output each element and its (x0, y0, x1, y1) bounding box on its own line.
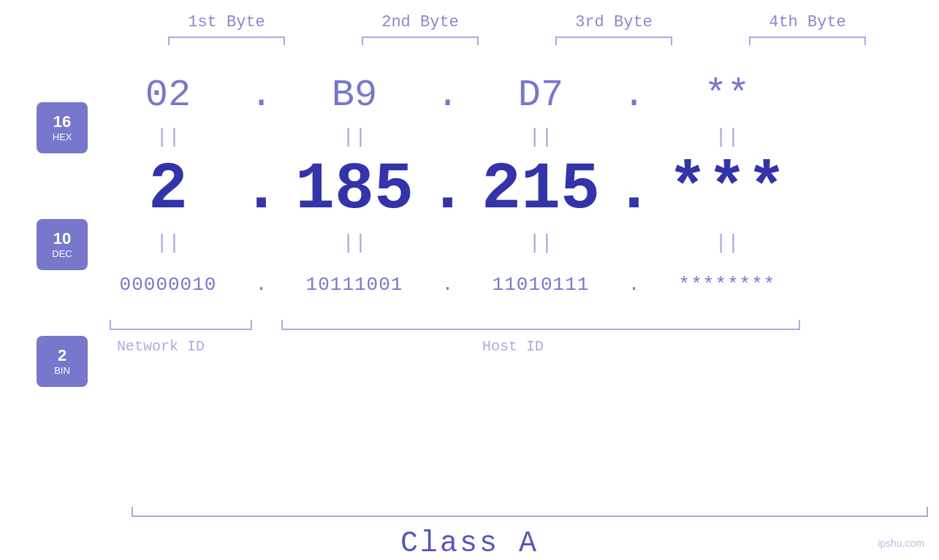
hex-dot1: . (241, 74, 281, 117)
bracket-2 (347, 34, 493, 47)
watermark: ipshu.com (878, 537, 924, 549)
hex-b1: 02 (95, 74, 241, 117)
bin-badge-num: 2 (58, 346, 66, 365)
bracket-1 (153, 34, 300, 47)
network-id-bracket (110, 320, 252, 330)
hex-row: 02 . B9 . D7 . ** (95, 66, 932, 124)
byte3-header: 3rd Byte (541, 13, 687, 31)
hex-dot3: . (614, 74, 654, 117)
byte4-header: 4th Byte (734, 13, 881, 31)
id-brackets (95, 320, 932, 334)
dec-b4: *** (654, 153, 800, 227)
dec-dot3: . (614, 153, 654, 227)
class-label: Class A (400, 527, 539, 560)
hex-badge-num: 16 (53, 112, 71, 131)
hex-badge: 16 HEX (37, 102, 88, 153)
dec-b3: 215 (468, 153, 614, 227)
equals-row-2: || || || || (95, 230, 932, 256)
main-area: 16 HEX 10 DEC 2 BIN 02 . B9 . D7 . ** (0, 55, 939, 518)
dec-b1: 2 (95, 153, 241, 227)
bin-b3: 11010111 (468, 274, 614, 296)
byte2-header: 2nd Byte (347, 13, 493, 31)
hex-b4: ** (654, 74, 800, 117)
bin-row: 00000010 . 10111001 . 11010111 . *******… (95, 256, 932, 314)
eq2-b4: || (654, 231, 800, 254)
eq1-b1: || (95, 126, 241, 148)
equals-row-1: || || || || (95, 124, 932, 150)
eq1-b2: || (281, 126, 427, 148)
hex-badge-label: HEX (53, 131, 72, 143)
dec-badge: 10 DEC (37, 219, 88, 270)
bracket-4 (734, 34, 881, 47)
badges-column: 16 HEX 10 DEC 2 BIN (0, 69, 95, 420)
bin-dot1: . (241, 274, 281, 296)
class-label-row: Class A (0, 527, 939, 560)
bin-dot3: . (614, 274, 654, 296)
eq2-b1: || (95, 231, 241, 254)
main-container: 1st Byte 2nd Byte 3rd Byte 4th Byte 16 H… (0, 0, 939, 560)
network-id-label: Network ID (117, 338, 205, 355)
eq2-b3: || (468, 231, 614, 254)
host-id-label: Host ID (482, 338, 544, 355)
id-labels: Network ID Host ID (95, 338, 932, 367)
byte1-header: 1st Byte (153, 13, 300, 31)
dec-row: 2 . 185 . 215 . *** (95, 150, 932, 230)
dec-dot2: . (427, 153, 468, 227)
dec-badge-label: DEC (52, 248, 72, 260)
outer-bracket-line (132, 507, 928, 517)
dec-dot1: . (241, 153, 281, 227)
bracket-3 (541, 34, 687, 47)
header-brackets (130, 34, 905, 47)
bin-badge-label: BIN (54, 365, 70, 377)
host-id-bracket (281, 320, 800, 330)
bin-b2: 10111001 (281, 274, 427, 296)
hex-b3: D7 (468, 74, 614, 117)
eq1-b4: || (654, 126, 800, 148)
eq2-b2: || (281, 231, 427, 254)
hex-b2: B9 (281, 74, 427, 117)
dec-badge-num: 10 (53, 229, 71, 248)
outer-bracket (132, 507, 928, 521)
hex-dot2: . (427, 74, 468, 117)
eq1-b3: || (468, 126, 614, 148)
bin-b4: ******** (654, 274, 800, 296)
ip-display: 02 . B9 . D7 . ** || || || || 2 . (95, 55, 932, 367)
bin-b1: 00000010 (95, 274, 241, 296)
bin-badge: 2 BIN (37, 336, 88, 387)
byte-headers: 1st Byte 2nd Byte 3rd Byte 4th Byte (130, 13, 905, 31)
dec-b2: 185 (281, 153, 427, 227)
bin-dot2: . (427, 274, 468, 296)
